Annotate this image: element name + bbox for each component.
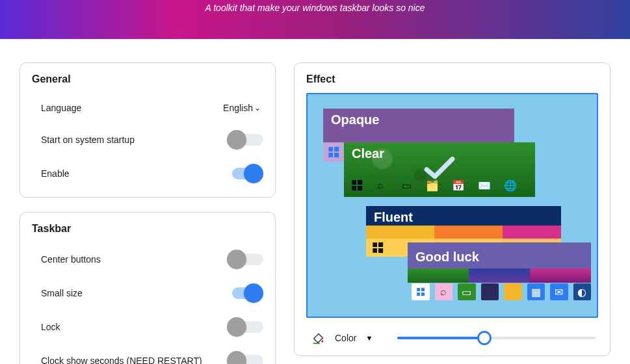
lock-toggle[interactable] (227, 317, 263, 337)
windows-logo-icon (328, 147, 339, 157)
language-row: Language English ⌄ (32, 93, 263, 123)
windows-logo-icon (352, 180, 362, 190)
edge-icon: 🌐 (503, 177, 518, 193)
explorer-icon (481, 283, 499, 300)
color-row: Color ▼ (306, 331, 598, 345)
chevron-down-icon: ⌄ (254, 104, 261, 112)
color-slider[interactable] (397, 332, 596, 344)
enable-toggle[interactable] (227, 163, 263, 184)
task-view-icon: ▭ (458, 283, 476, 300)
mail-icon: ✉ (550, 283, 568, 300)
enable-row: Enable (32, 157, 263, 190)
edge-icon: ◐ (573, 283, 592, 300)
right-column: Effect Opaque Clear (294, 62, 610, 364)
startup-row: Start on system startup (32, 123, 263, 157)
effect-option-goodluck[interactable]: Good luck ⌕ ▭ ▦ ✉ ◐ (408, 242, 591, 301)
startup-label: Start on system startup (41, 135, 135, 145)
clock-seconds-label: Clock show seconds (NEED RESTART) (41, 356, 202, 364)
search-icon: ⌕ (435, 283, 453, 300)
taskbar-title: Taskbar (32, 223, 263, 235)
general-title: General (32, 73, 263, 85)
search-icon: ⌕ (373, 177, 388, 193)
general-card: General Language English ⌄ Start on syst… (20, 62, 276, 198)
effect-option-clear[interactable]: Clear ⌕ ▭ 🗂️ 📅 ✉️ 🌐 (344, 142, 535, 197)
header-tagline: A toolkit that make your windows taskbar… (205, 3, 425, 13)
effect-card: Effect Opaque Clear (294, 62, 610, 356)
taskbar-card: Taskbar Center buttons Small size Lock (20, 212, 276, 364)
startup-toggle[interactable] (227, 129, 263, 150)
app-header: A toolkit that make your windows taskbar… (0, 0, 630, 39)
clear-taskbar-preview: ⌕ ▭ 🗂️ 📅 ✉️ 🌐 (352, 177, 529, 193)
center-buttons-label: Center buttons (41, 254, 101, 265)
center-buttons-toggle[interactable] (227, 249, 263, 270)
small-size-label: Small size (41, 288, 83, 298)
windows-logo-icon (373, 242, 383, 253)
caret-down-icon[interactable]: ▼ (365, 334, 373, 342)
content: General Language English ⌄ Start on syst… (0, 39, 630, 364)
store-icon (504, 283, 522, 300)
color-label: Color (335, 333, 356, 343)
effect-option-opaque-label: Opaque (323, 109, 514, 129)
small-size-toggle[interactable] (227, 283, 263, 304)
language-select[interactable]: English ⌄ (223, 103, 263, 113)
small-size-row: Small size (32, 276, 263, 310)
language-label: Language (41, 103, 81, 113)
language-value: English (223, 103, 253, 113)
goodluck-taskbar-preview: ⌕ ▭ ▦ ✉ ◐ (408, 283, 591, 301)
lock-row: Lock (32, 310, 263, 344)
slider-thumb[interactable] (477, 331, 492, 345)
calendar-icon: ▦ (527, 283, 545, 300)
center-buttons-row: Center buttons (32, 242, 263, 276)
enable-label: Enable (41, 168, 70, 179)
effect-option-fluent-label: Fluent (366, 206, 561, 226)
paint-bucket-icon (311, 331, 326, 345)
calendar-icon: 📅 (451, 177, 466, 193)
effect-title: Effect (306, 73, 598, 85)
left-column: General Language English ⌄ Start on syst… (20, 62, 276, 364)
clock-seconds-row: Clock show seconds (NEED RESTART) (32, 344, 263, 364)
effect-preview: Opaque Clear ⌕ ▭ 🗂️ (306, 93, 598, 318)
explorer-icon: 🗂️ (425, 177, 440, 193)
task-view-icon: ▭ (399, 177, 414, 193)
windows-logo-icon (412, 283, 430, 300)
lock-label: Lock (41, 322, 60, 332)
effect-option-goodluck-label: Good luck (408, 246, 487, 266)
mail-icon: ✉️ (477, 177, 492, 193)
clock-seconds-toggle[interactable] (227, 350, 263, 364)
